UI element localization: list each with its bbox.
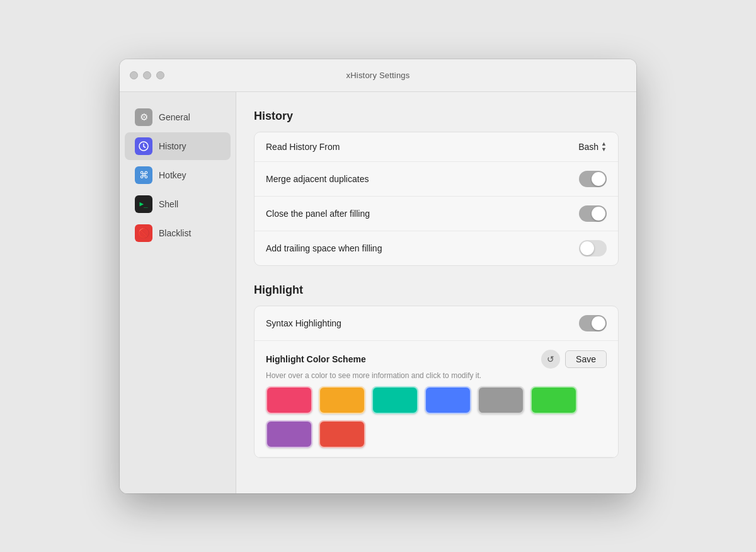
- merge-duplicates-toggle[interactable]: [579, 171, 607, 187]
- titlebar: xHistory Settings: [120, 59, 636, 92]
- sidebar-label-blacklist: Blacklist: [159, 228, 191, 238]
- color-scheme-row: Highlight Color Scheme ↺ Save Hover over…: [255, 341, 618, 457]
- minimize-button[interactable]: [143, 71, 151, 79]
- sidebar-item-history[interactable]: History: [125, 132, 231, 160]
- trailing-space-label: Add trailing space when filling: [266, 243, 382, 253]
- toggle-knob: [592, 172, 605, 186]
- color-swatch-5[interactable]: [530, 386, 577, 414]
- history-section-title: History: [254, 110, 619, 123]
- color-swatch-6[interactable]: [266, 420, 312, 448]
- highlight-settings-card: Syntax Highlighting Highlight Color Sche…: [254, 306, 619, 458]
- close-panel-label: Close the panel after filling: [266, 209, 370, 219]
- merge-duplicates-row: Merge adjacent duplicates: [255, 162, 618, 197]
- syntax-highlighting-row: Syntax Highlighting: [255, 306, 618, 341]
- content-area: History Read History From Bash ▲ ▼ Me: [236, 92, 636, 493]
- window-title: xHistory Settings: [346, 71, 410, 80]
- toggle-knob-3: [580, 241, 594, 255]
- sidebar-label-hotkey: Hotkey: [159, 170, 186, 180]
- maximize-button[interactable]: [156, 71, 164, 79]
- sidebar-item-shell[interactable]: ▶_ Shell: [125, 190, 231, 218]
- syntax-highlighting-label: Syntax Highlighting: [266, 318, 341, 328]
- general-icon: ⚙: [135, 108, 152, 126]
- bash-chevrons-icon: ▲ ▼: [601, 141, 607, 152]
- sidebar-label-shell: Shell: [159, 199, 178, 209]
- color-scheme-actions: ↺ Save: [541, 350, 607, 369]
- hotkey-icon: ⌘: [135, 166, 152, 184]
- history-icon: [135, 137, 152, 155]
- color-scheme-title: Highlight Color Scheme: [266, 354, 366, 364]
- color-swatch-1[interactable]: [319, 386, 365, 414]
- sidebar-label-history: History: [159, 141, 186, 151]
- read-history-row: Read History From Bash ▲ ▼: [255, 132, 618, 162]
- trailing-space-toggle[interactable]: [579, 240, 607, 256]
- color-swatch-3[interactable]: [425, 386, 471, 414]
- history-settings-card: Read History From Bash ▲ ▼ Merge adjacen…: [254, 132, 619, 266]
- toggle-knob-4: [592, 316, 605, 330]
- sidebar: ⚙ General History ⌘ Hotkey ▶_: [120, 92, 236, 493]
- app-window: xHistory Settings ⚙ General History: [120, 59, 636, 493]
- main-layout: ⚙ General History ⌘ Hotkey ▶_: [120, 92, 636, 493]
- color-swatch-4[interactable]: [478, 386, 524, 414]
- close-panel-toggle[interactable]: [579, 205, 607, 222]
- shell-icon: ▶_: [135, 195, 152, 213]
- merge-duplicates-label: Merge adjacent duplicates: [266, 174, 369, 184]
- toggle-knob-2: [592, 207, 605, 221]
- traffic-lights: [130, 71, 164, 79]
- sidebar-item-hotkey[interactable]: ⌘ Hotkey: [125, 161, 231, 189]
- reset-button[interactable]: ↺: [541, 350, 560, 369]
- syntax-toggle[interactable]: [579, 315, 607, 331]
- color-swatch-7[interactable]: [319, 420, 365, 448]
- bash-value: Bash: [578, 142, 598, 152]
- color-scheme-header: Highlight Color Scheme ↺ Save: [266, 350, 607, 369]
- read-history-label: Read History From: [266, 142, 340, 152]
- color-swatch-2[interactable]: [372, 386, 418, 414]
- close-panel-row: Close the panel after filling: [255, 197, 618, 231]
- color-scheme-hint: Hover over a color to see more informati…: [266, 371, 607, 380]
- close-button[interactable]: [130, 71, 138, 79]
- trailing-space-row: Add trailing space when filling: [255, 231, 618, 265]
- bash-selector[interactable]: Bash ▲ ▼: [578, 141, 607, 152]
- sidebar-item-general[interactable]: ⚙ General: [125, 103, 231, 131]
- sidebar-label-general: General: [159, 112, 190, 122]
- color-swatches: [266, 386, 607, 448]
- save-button[interactable]: Save: [565, 350, 607, 368]
- blacklist-icon: 🚫: [135, 224, 152, 242]
- sidebar-item-blacklist[interactable]: 🚫 Blacklist: [125, 219, 231, 247]
- highlight-section-title: Highlight: [254, 284, 619, 297]
- color-swatch-0[interactable]: [266, 386, 312, 414]
